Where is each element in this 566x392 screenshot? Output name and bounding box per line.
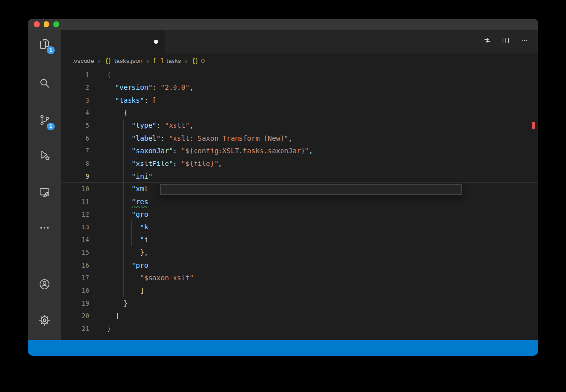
symbol-icon: [ ]: [153, 57, 164, 64]
editor[interactable]: 1{2 "version": "2.0.0",3 "tasks": [4 {5 …: [61, 68, 538, 340]
activity-bar-item-run-and-debug[interactable]: [28, 144, 61, 167]
activity-badge: 1: [47, 123, 55, 130]
breadcrumb: .vscode›{}tasks.json›[ ]tasks›{}0: [61, 53, 538, 68]
chevron-right-icon: ›: [147, 57, 149, 65]
code-line: 17 "$saxon-xslt": [61, 271, 538, 284]
code-text: "xml: [107, 183, 148, 195]
code-line: 3 "tasks": [: [61, 94, 538, 106]
activity-bar-bottom: [28, 272, 61, 332]
gear-icon: [38, 314, 51, 327]
more-actions-button[interactable]: [521, 37, 528, 46]
tab-tasks-json[interactable]: [61, 30, 165, 53]
line-number: 3: [61, 94, 89, 106]
code-text: }: [107, 297, 128, 309]
code-text: "pro: [107, 259, 148, 271]
open-changes-icon: [483, 37, 491, 46]
minimize-window-button[interactable]: [44, 21, 49, 27]
code-text: "version": "2.0.0",: [107, 81, 194, 94]
line-number: 4: [61, 106, 89, 119]
line-number: 17: [61, 271, 89, 284]
breadcrumb-label: tasks: [166, 57, 181, 64]
breadcrumb-label: .vscode: [72, 57, 94, 64]
maximize-window-button[interactable]: [53, 21, 59, 27]
indent-guide: [131, 221, 132, 246]
code-text: "res: [107, 195, 148, 208]
open-changes-button[interactable]: [483, 37, 491, 46]
suggest-widget: [160, 184, 462, 195]
activity-bar-item-more-views[interactable]: [28, 216, 61, 240]
split-editor-icon: [502, 37, 510, 46]
indent-guide: [115, 106, 115, 309]
line-number: 9: [61, 170, 89, 183]
code-text: "i: [107, 233, 148, 246]
activity-bar-item-remote-explorer[interactable]: [28, 181, 61, 205]
code-text: "label": "xslt: Saxon Transform (New)",: [107, 132, 292, 144]
breadcrumb-item-.vscode[interactable]: .vscode: [72, 57, 94, 64]
line-number: 1: [61, 68, 89, 81]
account-icon: [38, 278, 51, 290]
activity-bar-item-accounts[interactable]: [28, 272, 61, 296]
remote-explorer-icon: [38, 186, 51, 199]
breadcrumb-item-0[interactable]: {}0: [192, 57, 205, 64]
code-text: },: [107, 246, 148, 259]
line-number: 11: [61, 195, 89, 208]
code-text: "tasks": [: [107, 94, 156, 106]
line-number: 21: [61, 322, 89, 335]
code-text: ]: [107, 284, 144, 297]
line-number: 20: [61, 309, 89, 322]
editor-actions: [483, 30, 528, 53]
code-text: "ini": [107, 170, 152, 183]
activity-bar-item-source-control[interactable]: 1: [28, 108, 61, 132]
activity-bar-item-explorer[interactable]: 1: [28, 32, 61, 56]
line-number: 8: [61, 157, 89, 170]
split-editor-button[interactable]: [502, 37, 510, 46]
code-line: 8 "xsltFile": "${file}",: [61, 157, 538, 170]
code-line: 4 {: [61, 106, 538, 119]
code-line: 5 "type": "xslt",: [61, 119, 538, 132]
code-line: 16 "pro: [61, 259, 538, 271]
ellipsis-icon: [38, 222, 51, 234]
line-number: 12: [61, 208, 89, 221]
indent-guide: [123, 119, 124, 297]
code-line: 9 "ini": [61, 170, 538, 183]
traffic-lights: [34, 21, 59, 27]
line-number: 18: [61, 284, 89, 297]
code-lines: 1{2 "version": "2.0.0",3 "tasks": [4 {5 …: [61, 68, 538, 335]
activity-bar-top: 11: [28, 30, 61, 240]
search-icon: [38, 77, 51, 89]
line-number: 6: [61, 132, 89, 144]
code-text: {: [107, 68, 111, 81]
breadcrumb-item-tasks[interactable]: [ ]tasks: [153, 57, 181, 64]
modified-dot-icon[interactable]: [154, 40, 158, 44]
line-number: 10: [61, 183, 89, 195]
code-text: "saxonJar": "${config:XSLT.tasks.saxonJa…: [107, 144, 313, 157]
code-line: 18 ]: [61, 284, 538, 297]
activity-bar-item-settings[interactable]: [28, 309, 61, 332]
code-line: 20 ]: [61, 309, 538, 322]
code-line: 7 "saxonJar": "${config:XSLT.tasks.saxon…: [61, 144, 538, 157]
status-bar: [28, 340, 538, 356]
code-text: "$saxon-xslt": [107, 271, 194, 284]
code-text: "gro: [107, 208, 148, 221]
code-text: {: [107, 106, 128, 119]
tab-bar: [61, 30, 538, 53]
code-line: 6 "label": "xslt: Saxon Transform (New)"…: [61, 132, 538, 144]
symbol-icon: {}: [105, 57, 112, 64]
vscode-window: 11 .vscode›{}tasks.json›[ ]tasks›{}0: [28, 19, 538, 356]
activity-badge: 1: [47, 46, 55, 54]
activity-bar: 11: [28, 30, 61, 340]
code-text: "type": "xslt",: [107, 119, 194, 132]
code-text: "xsltFile": "${file}",: [107, 157, 222, 170]
symbol-icon: {}: [192, 57, 199, 64]
code-line: 13 "k: [61, 221, 538, 233]
line-number: 14: [61, 233, 89, 246]
title-bar[interactable]: [28, 19, 538, 30]
line-number: 16: [61, 259, 89, 271]
activity-bar-item-search[interactable]: [28, 71, 61, 95]
breadcrumb-item-tasks.json[interactable]: {}tasks.json: [105, 57, 143, 64]
breadcrumb-label: 0: [201, 57, 205, 64]
line-number: 7: [61, 144, 89, 157]
code-line: 2 "version": "2.0.0",: [61, 81, 538, 94]
close-window-button[interactable]: [34, 21, 40, 27]
overview-ruler-error-mark: [532, 122, 535, 129]
